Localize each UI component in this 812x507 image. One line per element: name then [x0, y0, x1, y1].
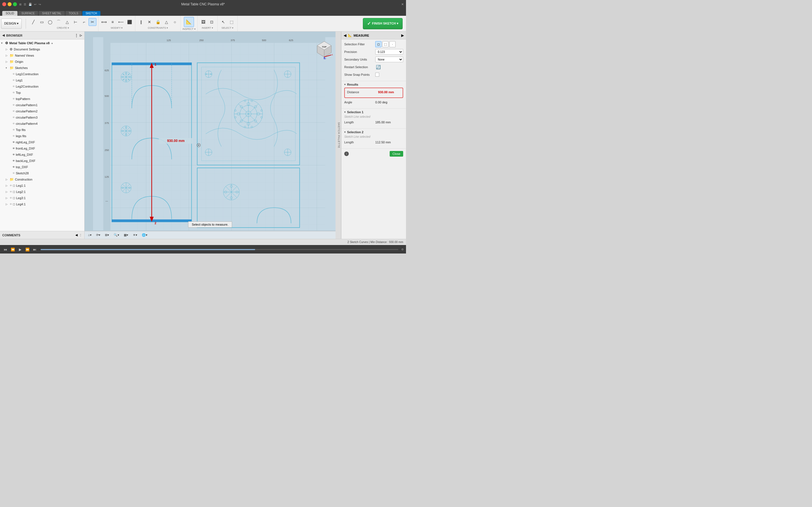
maximize-button[interactable] [13, 2, 17, 6]
comments-expand-icon[interactable]: ⋮ [79, 233, 82, 237]
expand-measure-icon[interactable]: ▶ [401, 34, 404, 38]
tree-leg4-1[interactable]: ▷ 👁 □ Leg4:1 [0, 201, 84, 207]
modify-tool1[interactable]: ⟺ [100, 18, 108, 26]
tree-leg3-1[interactable]: ▷ 👁 □ Leg3:1 [0, 195, 84, 201]
c-tool2[interactable]: ✕ [146, 18, 153, 26]
tree-leg2c[interactable]: 👁 Leg2Contruction [0, 83, 84, 90]
nav-back[interactable]: ⏪ [10, 246, 16, 252]
tab-sheet-metal[interactable]: SHEET METAL [39, 11, 65, 16]
secondary-units-select[interactable]: None mm in [375, 57, 403, 62]
sketch-palette-tab[interactable]: SKETCH PALETTE [336, 32, 341, 239]
finish-sketch-button[interactable]: ✓ FINISH SKETCH ▾ [363, 18, 403, 29]
nav-back-start[interactable]: ⏮ [2, 246, 8, 252]
tab-tools[interactable]: TOOLS [65, 11, 82, 16]
bottom-settings-icon[interactable]: ⚙ [401, 248, 404, 251]
tree-sketch28[interactable]: 👁 Sketch28 [0, 170, 84, 176]
nav-end[interactable]: ⏭ [32, 246, 38, 252]
tree-cp1[interactable]: 👁 circularPattern1 [0, 102, 84, 108]
design-button[interactable]: DESIGN ▾ [1, 18, 22, 29]
close-button[interactable]: Close [390, 151, 403, 157]
measure-tool[interactable]: 📐 [184, 17, 194, 27]
triangle-tool[interactable]: △ [63, 18, 71, 26]
create-label[interactable]: CREATE ▾ [57, 26, 69, 29]
select-label[interactable]: SELECT ▾ [221, 26, 233, 29]
fillet-tool[interactable]: ⌐ [80, 18, 88, 26]
tree-frontleg[interactable]: 👁 frontLeg_DXF [0, 145, 84, 152]
nav-play[interactable]: ▶ [17, 246, 23, 252]
tree-named-views[interactable]: ▷ 📁 Named Views [0, 52, 84, 59]
insert-tool2[interactable]: ⊡ [208, 18, 216, 26]
constraints-label[interactable]: CONSTRAINTS ▾ [148, 26, 168, 29]
trim-tool[interactable]: ✂ [89, 18, 96, 26]
tree-topfits[interactable]: 👁 Top fits [0, 127, 84, 133]
c-tool5[interactable]: ○ [171, 18, 179, 26]
arc-tool[interactable]: ⌒ [55, 18, 63, 26]
filter-btn-3[interactable]: · [389, 41, 396, 47]
vp-env-btn[interactable]: 🌐▾ [140, 232, 149, 238]
insert-label[interactable]: INSERT ▾ [202, 26, 213, 29]
tree-legsfits[interactable]: 👁 legs fits [0, 133, 84, 139]
tab-solid[interactable]: SOLID [2, 11, 17, 16]
filter-btn-1[interactable]: ◻ [375, 41, 382, 47]
tree-leg2-1[interactable]: ▷ 👁 □ Leg2:1 [0, 189, 84, 195]
tree-backleg[interactable]: 👁 backLeg_DXF [0, 158, 84, 164]
viewport[interactable]: TOP Z X [85, 32, 336, 239]
modify-tool3[interactable]: ⟵ [117, 18, 125, 26]
tree-leg1-1[interactable]: ▷ 👁 □ Leg1:1 [0, 182, 84, 189]
browser-menu-icon[interactable]: ⋮ [75, 34, 78, 38]
selection2-header[interactable]: ▾ Selection 2 [344, 130, 403, 134]
c-tool1[interactable]: ∥ [137, 18, 145, 26]
tree-leftleg[interactable]: 👁 leftLeg_DXF [0, 152, 84, 158]
vp-orbit-btn[interactable]: ⟳▾ [94, 232, 102, 238]
undo-icon[interactable]: ↩ [34, 3, 36, 6]
tree-toppattern[interactable]: 👁 topPattern [0, 96, 84, 102]
sketch-canvas[interactable]: 625 500 375 250 125 — 125 250 375 500 62… [93, 37, 336, 230]
inspect-label[interactable]: INSPECT ▾ [183, 27, 195, 31]
timeline-bar[interactable] [41, 249, 398, 250]
line-tool[interactable]: ╱ [29, 18, 37, 26]
hamburger-icon[interactable]: ☰ [24, 3, 26, 6]
vp-display-btn[interactable]: ▦▾ [122, 232, 130, 238]
tree-leg1c[interactable]: 👁 Leg1Contruction [0, 71, 84, 77]
modify-tool2[interactable]: ≡ [109, 18, 116, 26]
viewcube[interactable]: TOP Z X [316, 40, 333, 60]
select-tool2[interactable]: ⬚ [228, 18, 236, 26]
rect-tool[interactable]: ▭ [38, 18, 46, 26]
collapse-icon[interactable]: ◀ [2, 34, 4, 37]
tree-sketches[interactable]: ▾ 📁 Sketches [0, 65, 84, 71]
close-window-button[interactable] [2, 2, 6, 6]
vp-zoom-btn[interactable]: 🔍▾ [112, 232, 121, 238]
insert-tool1[interactable]: 🖼 [199, 18, 207, 26]
precision-select[interactable]: 0.123 0.12 0.1 [375, 49, 403, 55]
tree-origin[interactable]: ▷ 📁 Origin [0, 59, 84, 65]
tree-leg1[interactable]: 👁 Leg1 [0, 77, 84, 83]
comments-collapse-icon[interactable]: ◀ [75, 233, 78, 237]
tree-cp2[interactable]: 👁 circularPattern2 [0, 108, 84, 114]
vp-fit-btn[interactable]: ⊞▾ [103, 232, 111, 238]
browser-expand-icon[interactable]: ▷ [80, 34, 82, 37]
vp-visual-btn[interactable]: ☀▾ [131, 232, 139, 238]
tree-root[interactable]: ▾ ⚙ Metal Table CNC Plasma v8 ● [0, 40, 84, 46]
tab-sketch[interactable]: SKETCH [82, 11, 101, 16]
results-header[interactable]: ▾ Results [344, 83, 403, 86]
modify-tool4[interactable]: ⬛ [125, 18, 133, 26]
c-tool3[interactable]: 🔒 [154, 18, 162, 26]
tab-surface[interactable]: SURFACE [18, 11, 38, 16]
selection1-header[interactable]: ▾ Selection 1 [344, 110, 403, 114]
save-icon[interactable]: 💾 [29, 3, 32, 6]
redo-icon[interactable]: ↪ [39, 3, 41, 6]
c-tool4[interactable]: △ [162, 18, 170, 26]
select-tool1[interactable]: ↖ [219, 18, 227, 26]
tree-rightleg[interactable]: 👁 rightLeg_DXF [0, 139, 84, 145]
nav-forward[interactable]: ⏩ [24, 246, 31, 252]
vp-home-btn[interactable]: ⌂▾ [86, 232, 93, 238]
extend-tool[interactable]: ⊢ [71, 18, 80, 26]
show-snap-checkbox[interactable] [375, 73, 379, 76]
info-icon[interactable]: i [344, 152, 349, 156]
collapse-measure-icon[interactable]: ◀ [344, 34, 346, 38]
tree-cp3[interactable]: 👁 circularPattern3 [0, 114, 84, 121]
restart-selection-button[interactable]: 🔄 [375, 64, 381, 70]
tree-top[interactable]: 👁 Top [0, 90, 84, 96]
tree-topdxf[interactable]: 👁 top_DXF [0, 164, 84, 170]
modify-label[interactable]: MODIFY ▾ [111, 26, 123, 29]
